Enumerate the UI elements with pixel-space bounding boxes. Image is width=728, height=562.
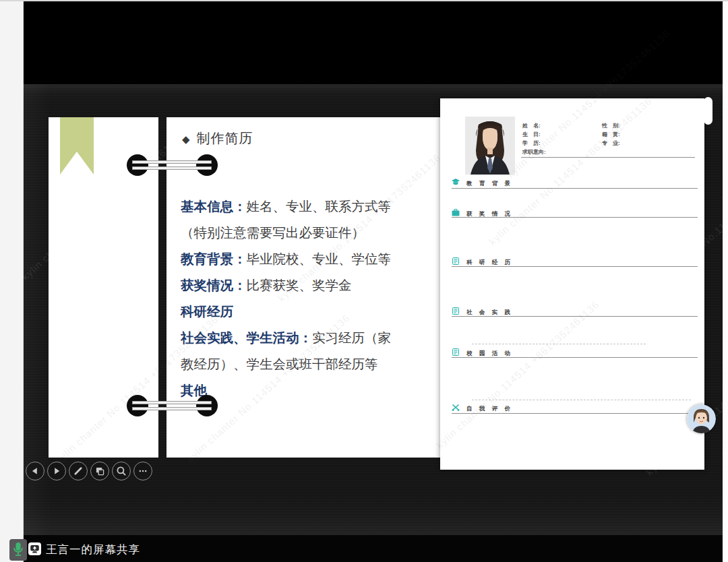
binder-bar [132,401,212,404]
binder-bar [132,407,212,410]
field-label: 学 历: [522,139,546,148]
binder-ring-icon [127,395,148,416]
slide-text-line: （特别注意需要写出必要证件） [181,220,437,246]
document-icon [452,307,460,314]
placeholder-text-row [472,400,691,400]
slide-text-line: 科研经历 [181,299,437,325]
left-arrow-icon [26,462,44,480]
meeting-status-bar: 王言一的屏幕共享 [24,535,723,562]
diamond-bullet-icon: ◆ [182,133,191,145]
resume-basic-fields-right: 性 别: 籍 贯: 专 业: [602,121,620,148]
right-arrow-icon [48,462,65,480]
placeholder-text-row [472,344,646,344]
screen-share-icon [28,542,41,555]
next-slide-button[interactable] [47,462,66,480]
graduation-cap-icon [452,178,460,185]
field-label: 生 日: [522,130,546,139]
ellipsis-icon [134,462,152,480]
resume-section-campus: 校 园 活 动 [452,347,513,356]
slide-text-line: 基本信息：姓名、专业、联系方式等 [181,193,437,220]
field-label: 姓 名: [522,121,546,130]
meeting-screen-share-view: kylin chanter No.114514 +8617352461136 k… [0,0,728,562]
slide-browser-button[interactable] [90,462,109,480]
desktop-left-edge [0,1,24,562]
binder-ring-icon [196,154,218,176]
microphone-button[interactable] [9,539,27,561]
resume-basic-fields-left: 姓 名: 生 日: 学 历: 求职意向: [522,121,546,156]
slide-body: 基本信息：姓名、专业、联系方式等 （特别注意需要写出必要证件） 教育背景：毕业院… [181,193,437,404]
previous-slide-button[interactable] [26,462,44,480]
award-icon [452,208,460,216]
field-label: 性 别: [602,121,620,130]
binder-ring-icon [196,395,218,416]
resume-section-awards: 获 奖 情 况 [452,208,513,216]
slide-title: ◆制作简历 [182,129,253,148]
resume-section-education: 教 育 背 景 [452,177,513,186]
scissors-icon [452,403,460,410]
scrollbar-thumb[interactable] [704,97,712,125]
more-options-button[interactable] [133,462,152,480]
binder-bar [132,166,212,170]
field-label: 籍 贯: [602,130,620,139]
field-label: 专 业: [602,139,620,148]
bookmark-ribbon-icon [60,117,94,175]
document-icon [452,348,460,355]
desktop-right-edge [723,1,728,562]
slide-text-line: 教育背景：毕业院校、专业、学位等 [181,246,437,272]
pen-annotate-button[interactable] [69,462,88,480]
slide-text-line: 获奖情况：比赛获奖、奖学金 [181,272,437,299]
resume-photo [465,117,515,175]
presentation-toolbar [26,462,154,480]
pen-icon [69,462,87,480]
magnifier-icon [113,462,130,480]
slide-title-text: 制作简历 [197,131,253,146]
resume-section-practice: 社 会 实 践 [452,306,513,315]
participant-avatar[interactable] [687,404,716,433]
resume-template-page: 姓 名: 生 日: 学 历: 求职意向: 性 别: 籍 贯: 专 业: 教 育 … [440,98,704,470]
zoom-button[interactable] [112,462,131,480]
slide-text-line: 教经历）、学生会或班干部经历等 [181,351,437,377]
slides-icon [91,462,109,480]
binder-ring-icon [127,154,148,176]
document-icon [452,257,460,264]
microphone-icon [9,539,27,561]
resume-section-research: 科 研 经 历 [452,256,513,265]
resume-section-self-evaluation: 自 我 评 价 [452,402,513,411]
resume-divider [521,157,695,158]
screen-share-label: 王言一的屏幕共享 [46,535,140,562]
field-label: 求职意向: [522,148,546,156]
binder-bar [132,160,212,164]
slide-text-line: 社会实践、学生活动：实习经历（家 [181,325,437,351]
slide-text-line: 其他 [181,377,437,404]
